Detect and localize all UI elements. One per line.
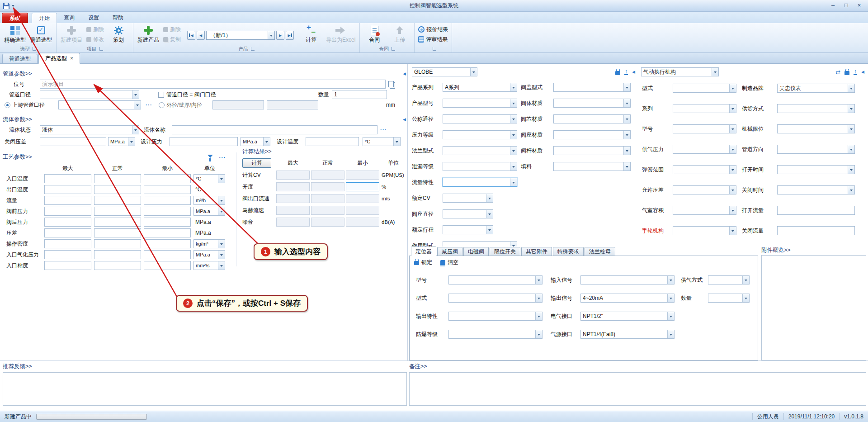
design-pressure-unit-select[interactable]: MPa.a (241, 137, 270, 146)
remarks-textarea[interactable] (409, 372, 866, 406)
nav-first-button[interactable]: ◀ (187, 31, 195, 40)
process-min-input[interactable] (144, 250, 191, 259)
wall-input[interactable] (267, 100, 318, 109)
swap-icon[interactable] (835, 69, 840, 76)
process-unit-select[interactable]: mm²/s (193, 261, 225, 270)
process-min-input[interactable] (144, 174, 191, 183)
process-unit-select[interactable]: m³/h (193, 196, 225, 205)
export-excel-button[interactable]: 导出为Excel (324, 24, 358, 45)
process-min-input[interactable] (144, 218, 191, 227)
action-type-select[interactable] (443, 241, 517, 247)
dialog-launcher-icon[interactable] (433, 47, 436, 51)
calculate-button[interactable]: 计算 (298, 24, 324, 45)
tab-query[interactable]: 查询 (57, 13, 81, 23)
quantity-input[interactable]: 1 (332, 90, 387, 99)
tab-pressure-reducer[interactable]: 减压阀 (437, 247, 462, 256)
actuator-series-select[interactable] (673, 104, 736, 113)
collapse-left-icon[interactable] (403, 118, 406, 122)
positioner-style-select[interactable] (448, 294, 542, 303)
air-supply-pressure-select[interactable] (673, 145, 736, 154)
upload-arrow-icon[interactable] (624, 69, 628, 75)
lock-icon[interactable] (844, 71, 849, 75)
new-product-button[interactable]: 新建产品 (135, 24, 161, 45)
process-min-input[interactable] (144, 261, 191, 270)
dn-equal-checkbox[interactable] (158, 92, 164, 98)
collapse-left-icon[interactable] (861, 70, 864, 74)
qat-customize-icon[interactable] (12, 5, 14, 8)
new-project-button[interactable]: 新建项目 (58, 24, 85, 45)
collapse-left-icon[interactable] (403, 72, 406, 76)
nav-prev-button[interactable]: ◀ (197, 31, 205, 40)
nav-next-button[interactable]: ▶ (276, 31, 284, 40)
packing-select[interactable] (553, 162, 631, 171)
lock-icon[interactable] (615, 71, 620, 75)
leakage-class-select[interactable] (443, 162, 517, 171)
process-max-input[interactable] (44, 228, 91, 237)
quote-result-button[interactable]: 报价结果 (418, 26, 448, 33)
maximize-button[interactable]: □ (840, 1, 852, 10)
design-temp-unit-select[interactable]: °C (363, 137, 401, 146)
handwheel-select[interactable] (673, 226, 736, 235)
tab-other-accessories[interactable]: 其它附件 (521, 247, 552, 256)
brand-select[interactable]: 吴忠仪表 (777, 84, 855, 93)
tab-special-requirements[interactable]: 特殊要求 (553, 247, 584, 256)
close-dp-unit-select[interactable]: MPa.a (108, 137, 135, 146)
stem-material-select[interactable] (553, 146, 631, 155)
nav-last-button[interactable]: ▶ (286, 31, 294, 40)
pipe-dn-select[interactable] (40, 90, 139, 99)
upstream-radio[interactable] (5, 102, 10, 108)
process-max-input[interactable] (44, 218, 91, 227)
tab-flange-bolts[interactable]: 法兰栓母 (585, 247, 615, 256)
dialog-launcher-icon[interactable] (251, 47, 255, 51)
process-normal-input[interactable] (94, 207, 141, 216)
process-max-input[interactable] (44, 185, 91, 194)
process-min-input[interactable] (144, 228, 191, 237)
fluid-name-input[interactable] (172, 125, 377, 134)
process-max-input[interactable] (44, 250, 91, 259)
explosion-proof-select[interactable] (448, 330, 542, 339)
actuator-style-select[interactable] (673, 84, 736, 93)
delete-product-button[interactable]: 删除 (163, 26, 181, 33)
copy-product-button[interactable]: 复制 (163, 36, 181, 43)
process-max-input[interactable] (44, 207, 91, 216)
edit-project-button[interactable]: 修改 (86, 36, 104, 43)
process-normal-input[interactable] (94, 218, 141, 227)
process-normal-input[interactable] (94, 228, 141, 237)
output-signal-select[interactable]: 4~20mA (580, 294, 675, 303)
process-max-input[interactable] (44, 239, 91, 248)
mechanical-limit-select[interactable] (777, 124, 855, 133)
air-supply-mode-select[interactable] (708, 275, 750, 284)
pressure-rating-select[interactable] (443, 130, 517, 139)
clear-button[interactable]: 清空 (440, 259, 458, 266)
normal-selection-button[interactable]: 普通选型 (28, 24, 54, 45)
spring-range-select[interactable] (673, 165, 736, 174)
minimize-button[interactable]: – (827, 1, 839, 10)
collapse-left-icon[interactable] (632, 70, 635, 74)
rated-cv-select[interactable] (443, 194, 493, 203)
close-button[interactable]: × (853, 1, 865, 10)
save-icon[interactable] (3, 2, 10, 9)
process-normal-input[interactable] (94, 261, 141, 270)
upload-button[interactable]: 上传 (387, 24, 412, 45)
fluid-more-button[interactable] (380, 127, 387, 133)
input-signal-select[interactable] (580, 275, 675, 284)
review-result-button[interactable]: 评审结果 (418, 36, 448, 43)
tab-normal-selection[interactable]: 普通选型 (2, 54, 38, 63)
process-min-input[interactable] (144, 185, 191, 194)
valve-model-select[interactable] (443, 99, 517, 108)
design-temp-input[interactable] (306, 137, 359, 146)
air-source-interface-select[interactable]: NPT1/4(Fai8) (580, 330, 675, 339)
process-min-input[interactable] (144, 239, 191, 248)
od-radio[interactable] (159, 102, 165, 108)
system-menu-button[interactable]: 系统 (2, 13, 28, 23)
process-min-input[interactable] (144, 207, 191, 216)
process-max-input[interactable] (44, 174, 91, 183)
close-dp-input[interactable] (40, 137, 106, 146)
open-flow-input[interactable] (777, 206, 855, 215)
process-max-input[interactable] (44, 261, 91, 270)
delete-project-button[interactable]: 删除 (86, 26, 104, 33)
seat-diameter-select[interactable] (443, 209, 493, 218)
flange-type-select[interactable] (443, 146, 517, 155)
nominal-size-select[interactable] (443, 114, 517, 123)
dialog-launcher-icon[interactable] (392, 47, 395, 51)
